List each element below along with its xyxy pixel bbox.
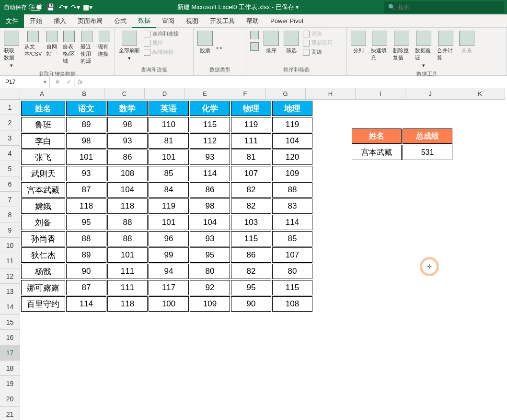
cancel-icon[interactable]: ✕ — [52, 77, 63, 87]
main-data-table[interactable]: 姓名语文数学英语化学物理地理鲁班8998110115119119李白989381… — [20, 100, 313, 313]
g1-btn-0[interactable]: 获取数据▾ — [2, 30, 22, 70]
save-icon[interactable]: 💾 — [46, 3, 55, 12]
search-icon: 🔍 — [388, 4, 395, 11]
row-header-1[interactable]: 1 — [0, 100, 20, 115]
row-header-10[interactable]: 10 — [0, 238, 20, 253]
row-header-18[interactable]: 18 — [0, 361, 20, 376]
stocks-button[interactable]: 股票 — [196, 30, 215, 55]
tab-data[interactable]: 数据 — [132, 14, 156, 28]
document-title: 新建 Microsoft Excel0 工作表.xlsx - 已保存 ▾ — [92, 3, 384, 12]
spreadsheet-grid[interactable]: 123456789101112131415161718192021 ABCDEF… — [0, 88, 507, 420]
row-header-17[interactable]: 17 — [0, 345, 20, 361]
col-header-B[interactable]: B — [64, 88, 104, 100]
col-header-J[interactable]: J — [405, 88, 455, 100]
formula-input[interactable] — [86, 77, 507, 87]
ribbon-label-g3: 数据类型 — [196, 65, 244, 74]
filter-button[interactable]: 筛选 — [282, 30, 301, 55]
search-input[interactable] — [398, 4, 500, 11]
row-header-2[interactable]: 2 — [0, 115, 20, 130]
g5-btn-1[interactable]: 快速填充 — [369, 30, 390, 62]
g4-sub-0: 清除 — [302, 30, 334, 38]
row-header-9[interactable]: 9 — [0, 222, 20, 238]
row-header-8[interactable]: 8 — [0, 207, 20, 222]
ribbon: 获取数据▾从文本/CSV自网站自表格/区域最近使用的源现有连接 获取和转换数据 … — [0, 28, 507, 76]
col-header-K[interactable]: K — [455, 88, 505, 100]
tab-view[interactable]: 视图 — [180, 14, 204, 28]
row-header-16[interactable]: 16 — [0, 330, 20, 345]
row-header-21[interactable]: 21 — [0, 407, 20, 420]
sort-button[interactable]: 排序 — [262, 30, 281, 55]
refresh-all-button[interactable]: 全部刷新▾ — [117, 30, 142, 62]
row-header-11[interactable]: 11 — [0, 253, 20, 268]
tab-help[interactable]: 帮助 — [241, 14, 265, 28]
search-box[interactable]: 🔍 — [384, 1, 504, 13]
row-header-12[interactable]: 12 — [0, 268, 20, 284]
g1-btn-3[interactable]: 自表格/区域 — [61, 30, 78, 66]
g4-sub-1: 重新应用 — [302, 39, 334, 47]
summary-table[interactable]: 姓名总成绩宫本武藏531 — [351, 128, 453, 161]
g1-btn-1[interactable]: 从文本/CSV — [23, 30, 44, 58]
row-header-13[interactable]: 13 — [0, 284, 20, 299]
g5-btn-2[interactable]: 删除重复值 — [391, 30, 412, 62]
row-header-15[interactable]: 15 — [0, 315, 20, 330]
g1-btn-5[interactable]: 现有连接 — [96, 30, 113, 58]
tab-review[interactable]: 审阅 — [156, 14, 180, 28]
cursor-indicator: ✛ — [420, 257, 439, 276]
tab-file[interactable]: 文件 — [0, 14, 24, 28]
col-header-D[interactable]: D — [145, 88, 185, 100]
g2-sub-1: 属性 — [143, 39, 180, 47]
row-header-5[interactable]: 5 — [0, 161, 20, 176]
tab-powerpivot[interactable]: Power Pivot — [265, 14, 309, 28]
col-header-I[interactable]: I — [356, 88, 405, 100]
col-header-G[interactable]: G — [265, 88, 306, 100]
tab-dev[interactable]: 开发工具 — [204, 14, 241, 28]
row-header-4[interactable]: 4 — [0, 146, 20, 161]
row-header-14[interactable]: 14 — [0, 299, 20, 315]
autosave-toggle[interactable]: 自动保存 关 — [4, 3, 42, 12]
select-all-corner[interactable] — [0, 88, 20, 100]
menu-bar: 文件 开始 插入 页面布局 公式 数据 审阅 视图 开发工具 帮助 Power … — [0, 14, 507, 28]
col-header-C[interactable]: C — [104, 88, 145, 100]
g2-sub-2: 编辑链接 — [143, 48, 180, 56]
g1-btn-4[interactable]: 最近使用的源 — [79, 30, 95, 66]
formula-bar: P17▾ ✕ ✓ fx — [0, 76, 507, 88]
row-header-7[interactable]: 7 — [0, 192, 20, 207]
sort-az-button[interactable] — [248, 30, 261, 40]
col-header-F[interactable]: F — [225, 88, 265, 100]
g5-btn-5: 关系 — [457, 30, 476, 55]
tab-insert[interactable]: 插入 — [48, 14, 72, 28]
ribbon-label-g4: 排序和筛选 — [248, 65, 345, 74]
g1-btn-2[interactable]: 自网站 — [45, 30, 60, 58]
col-header-E[interactable]: E — [185, 88, 225, 100]
row-header-6[interactable]: 6 — [0, 176, 20, 192]
undo-icon[interactable]: ↶▾ — [58, 3, 67, 12]
col-header-H[interactable]: H — [306, 88, 356, 100]
col-header-A[interactable]: A — [20, 88, 64, 100]
ribbon-label-g2: 查询和连接 — [117, 65, 191, 74]
autosave-label: 自动保存 — [4, 3, 27, 12]
g5-btn-3[interactable]: 数据验证▾ — [413, 30, 434, 70]
g5-btn-0[interactable]: 分列 — [349, 30, 368, 55]
row-header-3[interactable]: 3 — [0, 130, 20, 146]
name-box[interactable]: P17▾ — [2, 77, 50, 87]
row-header-19[interactable]: 19 — [0, 376, 20, 391]
confirm-icon[interactable]: ✓ — [63, 77, 75, 87]
g4-sub-2[interactable]: 高级 — [302, 48, 334, 56]
tab-home[interactable]: 开始 — [24, 14, 48, 28]
qat-more-icon[interactable]: ▦▾ — [83, 3, 92, 12]
tab-layout[interactable]: 页面布局 — [72, 14, 108, 28]
g5-btn-4[interactable]: 合并计算 — [435, 30, 456, 62]
g2-sub-0[interactable]: 查询和连接 — [143, 30, 180, 38]
sort-za-button[interactable] — [248, 41, 261, 52]
tab-formula[interactable]: 公式 — [108, 14, 132, 28]
fx-icon[interactable]: fx — [75, 77, 86, 87]
redo-icon[interactable]: ↷▾ — [71, 3, 80, 12]
row-header-20[interactable]: 20 — [0, 391, 20, 407]
title-bar: 自动保存 关 💾 ↶▾ ↷▾ ▦▾ 新建 Microsoft Excel0 工作… — [0, 0, 507, 14]
